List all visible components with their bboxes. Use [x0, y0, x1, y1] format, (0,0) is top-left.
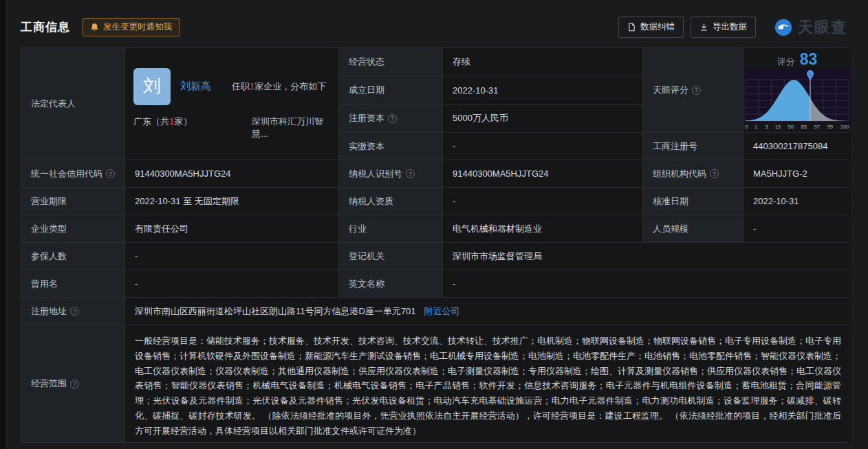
tianyancha-eye-icon	[774, 18, 793, 37]
brand-logo[interactable]: 天眼查	[774, 17, 847, 38]
score-distribution-chart	[745, 69, 849, 122]
legal-rep-company[interactable]: 深圳市科汇万川智慧...	[252, 116, 330, 140]
page-header: 工商信息 发生变更时通知我 数据纠错 导出数据	[0, 0, 868, 46]
field-label-taxpayer-id: 纳税人识别号?	[339, 160, 442, 187]
field-label-approval-date: 核准日期	[643, 188, 743, 215]
field-label-former-name: 曾用名	[21, 270, 124, 297]
bell-icon	[90, 23, 99, 32]
legal-rep-name-link[interactable]: 刘新高	[180, 80, 211, 93]
field-value-business-scope: 一般经营项目是：储能技术服务；技术服务、技术开发、技术咨询、技术交流、技术转让、…	[125, 325, 851, 442]
export-data-button[interactable]: 导出数据	[691, 17, 756, 38]
field-value-establish-date: 2022-10-31	[443, 76, 642, 104]
field-label-organization-code: 组织机构代码?	[643, 160, 743, 187]
field-label-taxpayer-qualification: 纳税人资质	[339, 188, 442, 215]
field-value-registration-number: 440300217875084	[744, 133, 851, 160]
notify-on-change-button[interactable]: 发生变更时通知我	[83, 18, 180, 36]
field-label-company-type: 企业类型	[21, 215, 124, 242]
field-value-paid-in-capital: -	[443, 133, 642, 160]
data-correction-button[interactable]: 数据纠错	[618, 17, 684, 38]
field-label-staff-size: 人员规模	[643, 215, 743, 242]
download-icon	[699, 23, 708, 32]
legal-rep-employment: 任职1家企业，分布如下	[232, 80, 326, 93]
field-label-credit-code: 统一社会信用代码?	[21, 160, 124, 187]
legal-representative-cell: 刘 刘新高 任职1家企业，分布如下 广东（共1家） 深圳市科汇万川智慧...	[125, 48, 338, 160]
field-label-registration-number: 工商注册号	[643, 133, 743, 160]
data-correction-label: 数据纠错	[640, 21, 675, 33]
field-label-registered-address: 注册地址?	[21, 298, 124, 325]
address-text: 深圳市南山区西丽街道松坪山社区朗山路11号同方信息港D座一单元701	[135, 305, 416, 318]
field-label-legal-representative: 法定代表人	[21, 48, 124, 160]
field-value-registered-address: 深圳市南山区西丽街道松坪山社区朗山路11号同方信息港D座一单元701 附近公司	[125, 298, 851, 325]
nearby-companies-link[interactable]: 附近公司	[424, 305, 460, 318]
brand-name: 天眼查	[798, 17, 847, 38]
field-label-establish-date: 成立日期	[339, 76, 442, 104]
help-icon[interactable]: ?	[70, 380, 79, 388]
help-icon[interactable]: ?	[710, 169, 719, 178]
field-label-english-name: 英文名称	[339, 270, 442, 297]
help-icon[interactable]: ?	[70, 307, 79, 316]
field-label-business-term: 营业期限	[21, 188, 124, 215]
field-value-registration-authority: 深圳市市场监督管理局	[443, 243, 851, 270]
legal-rep-region: 广东（共1家）	[133, 116, 252, 140]
field-value-credit-code: 91440300MA5HJJTG24	[125, 160, 338, 187]
field-value-staff-size: -	[744, 215, 851, 242]
field-label-registration-authority: 登记机关	[339, 243, 442, 270]
export-data-label: 导出数据	[713, 21, 747, 33]
help-icon[interactable]: ?	[406, 169, 415, 178]
field-label-tianyan-score: 天眼评分?	[643, 48, 743, 132]
tianyan-score-cell[interactable]: 评分 83 01 315 5085	[744, 48, 851, 132]
score-caption: 评分	[777, 56, 795, 68]
field-value-business-term: 2022-10-31 至 无固定期限	[125, 188, 338, 215]
field-value-approval-date: 2022-10-31	[744, 188, 851, 215]
field-label-paid-in-capital: 实缴资本	[339, 133, 442, 160]
field-value-taxpayer-qualification: -	[443, 188, 642, 215]
field-label-insured-count: 参保人数	[21, 243, 124, 270]
score-value: 83	[800, 50, 818, 69]
field-value-english-name: -	[443, 270, 851, 297]
field-label-status: 经营状态	[339, 48, 442, 76]
field-value-company-type: 有限责任公司	[125, 215, 338, 242]
help-icon[interactable]: ?	[388, 114, 397, 123]
help-icon[interactable]: ?	[106, 169, 115, 178]
page-title: 工商信息	[21, 19, 70, 35]
field-label-registered-capital: 注册资本?	[339, 105, 442, 132]
field-value-organization-code: MA5HJJTG-2	[744, 160, 851, 187]
field-value-registered-capital: 5000万人民币	[443, 105, 642, 132]
score-axis-ticks: 01 315 5085 9799 100	[745, 123, 849, 130]
field-value-insured-count: -	[125, 243, 338, 270]
notify-button-label: 发生变更时通知我	[103, 21, 172, 33]
field-value-industry: 电气机械和器材制造业	[443, 215, 642, 242]
field-value-taxpayer-id: 91440300MA5HJJTG24	[443, 160, 642, 187]
field-value-status: 存续	[443, 48, 642, 76]
document-icon	[627, 23, 636, 32]
legal-rep-avatar[interactable]: 刘	[133, 68, 171, 105]
help-icon[interactable]: ?	[692, 86, 701, 95]
business-info-table: 法定代表人 刘 刘新高 任职1家企业，分布如下 广东（共1家） 深圳市科汇万川智…	[21, 47, 847, 443]
field-label-business-scope: 经营范围?	[21, 325, 124, 442]
field-value-former-name: -	[125, 270, 338, 297]
header-toolbar: 数据纠错 导出数据 天眼查	[618, 17, 847, 38]
field-label-industry: 行业	[339, 215, 442, 242]
